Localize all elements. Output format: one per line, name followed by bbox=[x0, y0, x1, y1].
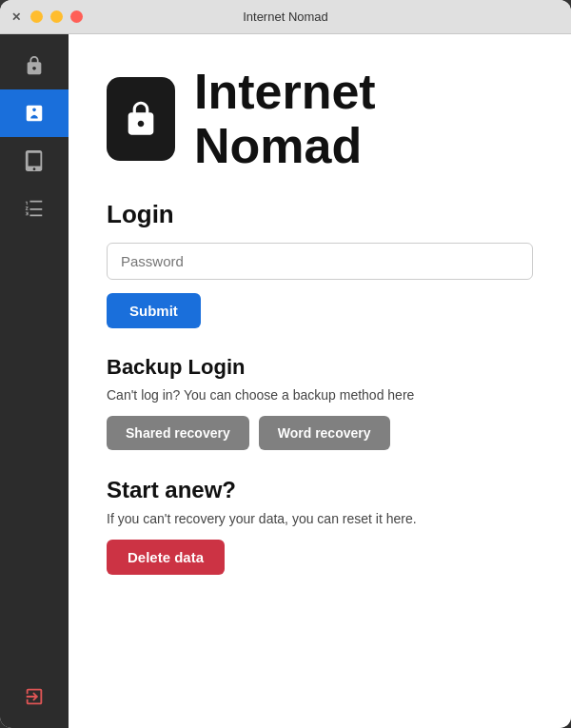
sidebar-item-lock[interactable] bbox=[0, 42, 69, 89]
sidebar-item-stack[interactable] bbox=[0, 185, 69, 232]
sidebar-bottom bbox=[24, 673, 45, 720]
delete-data-button[interactable]: Delete data bbox=[107, 540, 225, 575]
app-window: ✕ Internet Nomad bbox=[0, 0, 571, 728]
main-area: Internet Nomad Login Submit Backup Login… bbox=[0, 34, 571, 728]
backup-buttons: Shared recovery Word recovery bbox=[107, 416, 533, 450]
start-anew-title: Start anew? bbox=[107, 477, 533, 503]
backup-login-desc: Can't log in? You can choose a backup me… bbox=[107, 387, 533, 403]
close-x-icon: ✕ bbox=[11, 10, 21, 24]
sidebar bbox=[0, 34, 69, 728]
door-icon bbox=[24, 103, 45, 124]
window-title: Internet Nomad bbox=[243, 10, 328, 24]
sidebar-item-exit[interactable] bbox=[24, 673, 45, 720]
titlebar: ✕ Internet Nomad bbox=[0, 0, 571, 34]
window-controls: ✕ bbox=[11, 10, 83, 24]
sidebar-item-door[interactable] bbox=[0, 89, 69, 137]
stack-icon bbox=[24, 198, 45, 219]
app-name: Internet Nomad bbox=[194, 65, 376, 173]
shared-recovery-button[interactable]: Shared recovery bbox=[107, 416, 249, 450]
minimize-button[interactable] bbox=[30, 10, 43, 23]
app-header: Internet Nomad bbox=[107, 65, 533, 173]
submit-button[interactable]: Submit bbox=[107, 293, 201, 328]
password-input[interactable] bbox=[107, 243, 533, 280]
lock-icon bbox=[24, 55, 45, 76]
login-title: Login bbox=[107, 200, 533, 229]
sidebar-item-tablet[interactable] bbox=[0, 137, 69, 185]
close-button[interactable] bbox=[70, 10, 83, 23]
backup-login-title: Backup Login bbox=[107, 355, 533, 380]
word-recovery-button[interactable]: Word recovery bbox=[259, 416, 390, 450]
fullscreen-button[interactable] bbox=[50, 10, 63, 23]
tablet-icon bbox=[24, 150, 45, 171]
exit-door-icon bbox=[24, 686, 45, 707]
app-icon bbox=[107, 77, 175, 161]
start-anew-desc: If you can't recovery your data, you can… bbox=[107, 511, 533, 526]
content-area: Internet Nomad Login Submit Backup Login… bbox=[69, 34, 571, 728]
